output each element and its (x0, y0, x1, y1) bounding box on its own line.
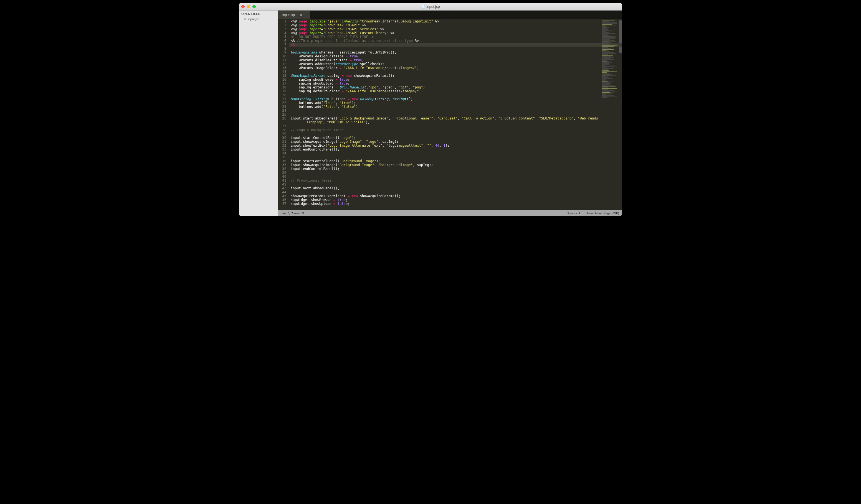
window-title: input.jsp (239, 4, 622, 9)
sidebar-header: OPEN FILES (239, 11, 278, 17)
sidebar-item-file[interactable]: input.jsp (239, 17, 278, 22)
statusbar: Line 7, Column 3 Spaces: 4 Java Server P… (278, 210, 622, 216)
status-syntax[interactable]: Java Server Page (JSP) (586, 211, 619, 215)
window-title-text: input.jsp (426, 4, 440, 9)
code-content[interactable]: <%@ page language="java" inherits="Crown… (289, 19, 600, 210)
vertical-scrollbar[interactable] (619, 19, 622, 210)
status-indent[interactable]: Spaces: 4 (567, 211, 580, 215)
dirty-indicator-icon (300, 14, 302, 16)
editor-window: input.jsp OPEN FILES input.jsp input.jsp… (239, 3, 622, 216)
tab-file[interactable]: input.jsp (278, 11, 310, 19)
tab-label: input.jsp (282, 13, 295, 17)
code-area[interactable]: 1234567891011121314151617181920212223242… (278, 19, 622, 210)
gutter: 1234567891011121314151617181920212223242… (278, 19, 289, 210)
status-position[interactable]: Line 7, Column 3 (281, 211, 304, 215)
sidebar: OPEN FILES input.jsp (239, 11, 278, 216)
file-icon (421, 4, 425, 9)
tabbar: input.jsp (278, 11, 622, 19)
sidebar-item-label: input.jsp (248, 17, 259, 21)
editor: input.jsp 123456789101112131415161718192… (278, 11, 622, 216)
titlebar: input.jsp (239, 3, 622, 11)
scrollbar-thumb[interactable] (619, 20, 622, 53)
minimap[interactable] (600, 19, 619, 210)
